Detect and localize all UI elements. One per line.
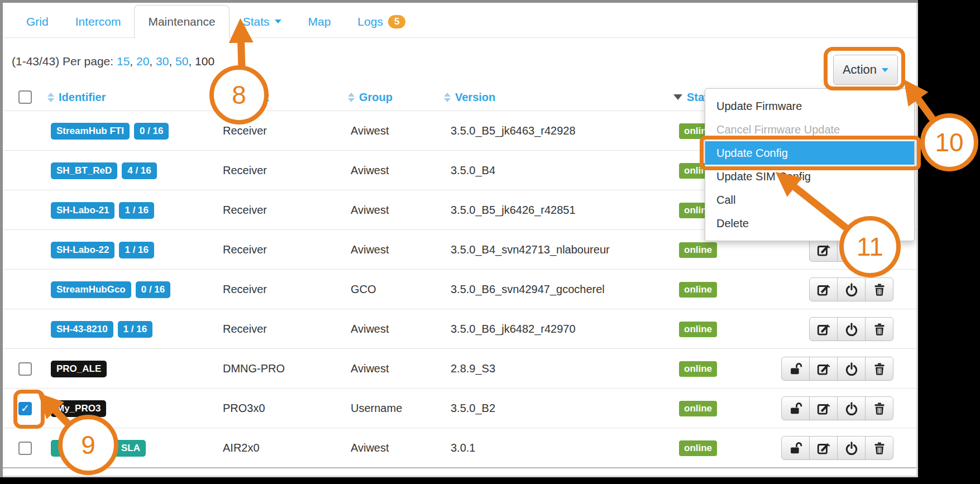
tab-grid[interactable]: Grid [13,5,62,38]
identifier-badge[interactable]: SH_BT_ReD [51,162,117,179]
identifier-badge[interactable]: My_PRO3 [51,400,106,417]
per-page-option-15[interactable]: 15 [117,55,130,68]
tab-label: Stats [243,15,270,28]
version-cell: 3.5.0_B5_jk6463_r42928 [451,111,576,151]
annotation-number: 10 [935,127,963,157]
power-button[interactable] [837,357,866,381]
per-page-option-30[interactable]: 30 [156,55,169,68]
tabs-bar: GridIntercomMaintenanceStatsMapLogs5 [13,5,419,38]
power-button[interactable] [837,277,866,301]
row-checkbox[interactable] [18,362,32,376]
edit-button[interactable] [809,436,838,460]
header-label[interactable]: Version [455,91,495,104]
identifier-badge[interactable]: StreamHubGco [51,281,131,298]
power-button[interactable] [837,317,866,341]
identifier-badge[interactable]: StreamHub FTI [51,123,130,140]
identifier-cell: PRO_ALE [51,349,107,389]
edit-icon [816,322,831,337]
group-cell: Aviwest [351,190,389,230]
power-button[interactable] [837,436,866,460]
edit-icon [816,362,831,376]
pagination: (1-43/43) Per page: 15, 20, 30, 50, 100 [12,55,214,68]
sort-up-icon [444,93,451,97]
delete-icon [872,401,887,416]
edit-icon [816,282,831,297]
screenshot-canvas: GridIntercomMaintenanceStatsMapLogs5 (1-… [0,0,980,484]
unlock-button[interactable] [781,396,810,420]
status-badge: online [679,322,717,337]
power-icon [844,322,859,337]
tab-intercom[interactable]: Intercom [62,5,135,38]
tab-maintenance[interactable]: Maintenance [134,5,229,39]
tab-stats[interactable]: Stats [230,5,295,38]
product-cell: Receiver [223,270,267,309]
highlight-ring-action-button [824,47,905,90]
version-cell: 3.5.0_B2 [451,389,495,428]
identifier-badge[interactable]: SH-43-8210 [51,321,113,338]
edit-button[interactable] [809,357,838,381]
delete-button[interactable] [865,396,893,420]
delete-button[interactable] [865,317,893,341]
sort-up-icon [47,93,54,97]
annotation-number: 9 [81,430,95,460]
version-cell: 3.5.0_B4_svn42713_nlaboureur [451,230,610,270]
product-cell: DMNG-PRO [223,349,285,389]
power-icon [844,362,859,376]
menu-item-update-firmware[interactable]: Update Firmware [705,94,914,118]
unlock-button[interactable] [781,357,810,381]
row-checkbox[interactable] [18,442,32,455]
power-button[interactable] [837,396,866,420]
row-actions [781,357,893,381]
annotation-number: 11 [857,232,883,262]
status-cell: online [679,389,717,428]
tab-map[interactable]: Map [295,5,345,38]
channel-count-badge: 0 / 16 [136,281,171,298]
edit-button[interactable] [809,277,838,301]
header-version: Version [444,84,495,111]
per-page-options: 15, 20, 30, 50, 100 [117,55,214,68]
select-all-checkbox[interactable] [18,90,32,104]
power-icon [844,282,859,297]
delete-icon [872,282,887,297]
edit-button[interactable] [809,317,838,341]
table-row-sla: SLAAIR2x0Aviwest3.0.1online [3,428,916,467]
frame-bottom [0,477,980,484]
row-checkbox-cell [18,428,32,468]
group-cell: GCO [351,270,376,309]
delete-button[interactable] [865,436,893,460]
tab-logs[interactable]: Logs5 [344,5,419,38]
tab-label: Maintenance [148,15,215,28]
edit-button[interactable] [809,396,838,420]
header-label[interactable]: Identifier [59,91,106,104]
product-cell: PRO3x0 [223,389,265,428]
header-label[interactable]: Group [359,91,393,104]
delete-icon [872,362,887,376]
per-page-option-50[interactable]: 50 [175,55,188,68]
header-group: Group [348,84,393,111]
edit-button[interactable] [809,238,838,262]
identifier-badge[interactable]: SH-Labo-22 [51,242,114,258]
channel-count-badge: 0 / 16 [134,123,169,140]
version-cell: 3.5.0_B6_svn42947_gcocherel [451,270,605,309]
menu-item-call[interactable]: Call [705,188,914,212]
status-badge: online [679,242,717,258]
annotation-circle-11: 11 [839,216,901,277]
identifier-badge[interactable]: PRO_ALE [51,361,107,377]
per-page-option-100: 100 [195,55,214,68]
table-row-streamhubgco: StreamHubGco0 / 16ReceiverGCO3.5.0_B6_sv… [3,269,916,309]
pagination-label: (1-43/43) Per page: [12,55,113,68]
delete-button[interactable] [865,277,893,301]
edit-icon [816,401,831,416]
power-icon [844,441,859,456]
unlock-button[interactable] [781,436,810,460]
identifier-cell: SH-Labo-211 / 16 [51,190,154,230]
annotation-number: 8 [232,80,246,110]
delete-button[interactable] [865,357,893,381]
channel-count-badge: 1 / 16 [119,202,154,219]
identifier-badge[interactable]: SH-Labo-21 [51,202,114,219]
highlight-ring-checkbox [13,390,45,429]
per-page-option-20[interactable]: 20 [136,55,149,68]
status-badge: online [679,440,717,456]
delete-icon [872,322,887,337]
annotation-circle-9: 9 [58,415,118,475]
